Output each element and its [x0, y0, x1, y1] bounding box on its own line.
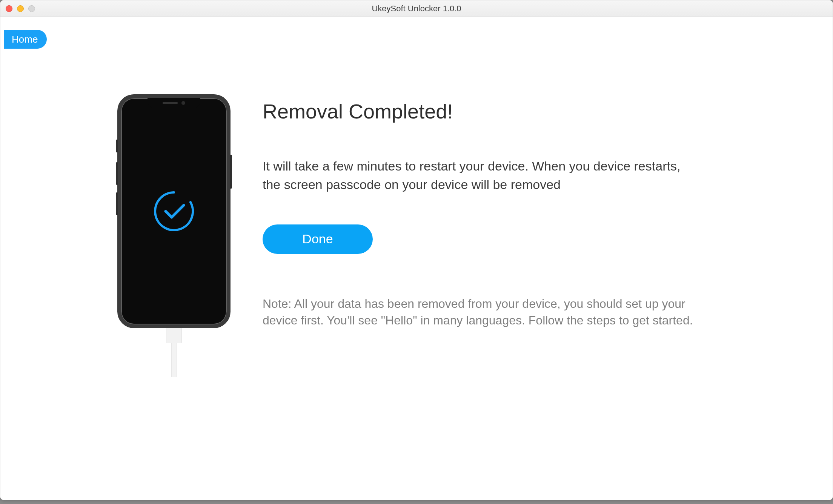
- phone-mute-switch: [116, 140, 118, 152]
- checkmark-circle-icon: [151, 189, 197, 234]
- home-button[interactable]: Home: [4, 30, 47, 49]
- device-illustration: [115, 94, 232, 377]
- content-area: Home: [0, 17, 833, 500]
- phone-camera-dot: [181, 101, 185, 105]
- phone-volume-down: [116, 192, 118, 215]
- status-headline: Removal Completed!: [263, 100, 700, 123]
- cable-connector-icon: [166, 326, 182, 343]
- cable-icon: [171, 343, 177, 377]
- phone-side-button: [230, 155, 232, 189]
- application-window: UkeySoft Unlocker 1.0.0 Home: [0, 0, 833, 500]
- phone-speaker: [163, 102, 178, 104]
- main-row: Removal Completed! It will take a few mi…: [115, 94, 700, 377]
- window-controls: [6, 5, 35, 12]
- home-button-label: Home: [12, 34, 38, 45]
- info-column: Removal Completed! It will take a few mi…: [263, 94, 700, 329]
- status-note: Note: All your data has been removed fro…: [263, 295, 696, 329]
- minimize-window-button[interactable]: [17, 5, 24, 12]
- status-description: It will take a few minutes to restart yo…: [263, 157, 693, 194]
- close-window-button[interactable]: [6, 5, 12, 12]
- phone-notch: [148, 98, 200, 108]
- title-bar: UkeySoft Unlocker 1.0.0: [0, 0, 833, 17]
- phone-body: [117, 94, 231, 328]
- maximize-window-button[interactable]: [28, 5, 35, 12]
- done-button-label: Done: [302, 232, 333, 246]
- window-title: UkeySoft Unlocker 1.0.0: [0, 4, 833, 14]
- phone-volume-up: [116, 162, 118, 185]
- done-button[interactable]: Done: [263, 224, 373, 254]
